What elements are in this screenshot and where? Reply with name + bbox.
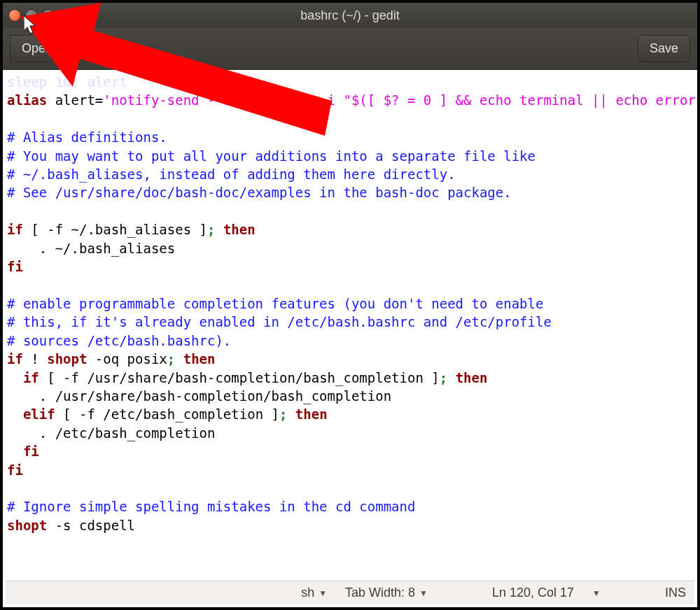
language-mode-selector[interactable]: sh ▼ bbox=[301, 586, 327, 600]
code-text: . ~/.bash_aliases bbox=[7, 241, 175, 256]
code-text: if bbox=[7, 222, 23, 237]
code-text: then bbox=[287, 406, 327, 422]
new-tab-icon: ⿻ bbox=[90, 41, 102, 55]
cursor-position[interactable]: Ln 120, Col 17 bbox=[492, 586, 574, 600]
code-text: ; bbox=[167, 351, 175, 367]
code-text: shopt bbox=[47, 351, 87, 367]
new-tab-button[interactable]: ⿻ bbox=[82, 35, 110, 62]
code-comment: # enable programmable completion feature… bbox=[7, 296, 543, 311]
code-text: -s cdspell bbox=[47, 518, 135, 533]
code-comment: # Ignore simple spelling mistakes in the… bbox=[7, 499, 415, 514]
cursor-position-label: Ln 120, Col 17 bbox=[492, 586, 574, 600]
code-text: . /usr/share/bash-completion/bash_comple… bbox=[7, 388, 391, 404]
code-text: [ -f /usr/share/bash-completion/bash_com… bbox=[39, 370, 440, 385]
window-controls bbox=[8, 9, 55, 22]
tab-width-label: Tab Width: 8 bbox=[345, 586, 415, 600]
open-button[interactable]: Open ▼ bbox=[10, 35, 76, 62]
save-button-label: Save bbox=[650, 41, 678, 55]
code-text: ; bbox=[440, 370, 447, 385]
code-text: alert= bbox=[47, 92, 103, 108]
code-text: fi bbox=[7, 444, 39, 459]
code-text: -oq posix bbox=[87, 351, 167, 367]
code-text: ; bbox=[207, 222, 215, 237]
code-comment: # Alias definitions. bbox=[7, 129, 167, 145]
text-editor[interactable]: sleep 10; alert alias alert='notify-send… bbox=[3, 70, 697, 581]
code-text: sleep 10; alert bbox=[7, 74, 127, 90]
code-text: shopt bbox=[7, 518, 47, 533]
code-text: fi bbox=[7, 259, 23, 274]
status-bar: sh ▼ Tab Width: 8 ▼ Ln 120, Col 17 ▼ INS bbox=[6, 581, 694, 604]
code-text: ; bbox=[279, 406, 287, 422]
open-button-label: Open bbox=[22, 41, 52, 55]
code-text: [ -f /etc/bash_completion ] bbox=[55, 406, 279, 422]
code-text: fi bbox=[7, 462, 23, 478]
code-text bbox=[7, 370, 23, 385]
insert-mode-indicator[interactable]: INS bbox=[665, 586, 686, 600]
tab-width-selector[interactable]: Tab Width: 8 ▼ bbox=[345, 586, 428, 600]
chevron-down-icon: ▼ bbox=[318, 588, 327, 598]
code-text bbox=[7, 406, 23, 422]
code-text: 'notify-send --urgency=low -i "$([ $? = … bbox=[103, 92, 697, 108]
code-comment: # ~/.bash_aliases, instead of adding the… bbox=[7, 166, 456, 182]
code-text: . /etc/bash_completion bbox=[7, 425, 215, 441]
code-comment: # See /usr/share/doc/bash-doc/examples i… bbox=[7, 185, 512, 200]
language-mode-label: sh bbox=[301, 586, 314, 600]
chevron-down-icon: ▼ bbox=[419, 588, 428, 598]
code-text: if bbox=[7, 351, 23, 367]
title-bar: bashrc (~/) - gedit bbox=[3, 3, 697, 28]
code-text: if bbox=[23, 370, 39, 385]
code-text: then bbox=[447, 370, 487, 385]
code-text: elif bbox=[23, 406, 55, 422]
code-text: ! bbox=[23, 351, 47, 367]
code-text: then bbox=[215, 222, 255, 237]
window-title: bashrc (~/) - gedit bbox=[300, 8, 400, 23]
code-comment: # You may want to put all your additions… bbox=[7, 148, 536, 164]
maximize-window-button[interactable] bbox=[42, 9, 55, 22]
chevron-down-icon: ▼ bbox=[592, 588, 601, 598]
save-button[interactable]: Save bbox=[638, 35, 690, 62]
toolbar: Open ▼ ⿻ Save bbox=[3, 28, 697, 70]
code-text: then bbox=[175, 351, 215, 367]
code-comment: # sources /etc/bash.bashrc). bbox=[7, 333, 231, 348]
close-window-button[interactable] bbox=[8, 9, 21, 22]
chevron-down-icon: ▼ bbox=[56, 45, 64, 55]
code-text: [ -f ~/.bash_aliases ] bbox=[23, 222, 207, 237]
code-text: alias bbox=[7, 92, 47, 108]
minimize-window-button[interactable] bbox=[25, 9, 38, 22]
insert-mode-label: INS bbox=[665, 586, 686, 600]
code-comment: # this, if it's already enabled in /etc/… bbox=[7, 314, 552, 329]
